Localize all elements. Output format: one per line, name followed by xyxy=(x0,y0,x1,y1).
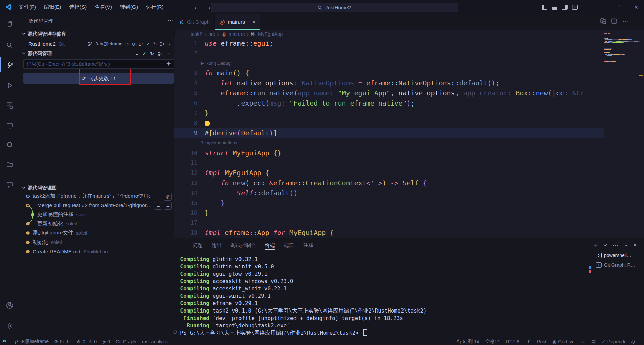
code-line[interactable]: 16} xyxy=(174,208,604,218)
breadcrumb-item[interactable]: MyEguiApp xyxy=(258,31,283,37)
status-eol[interactable]: LF xyxy=(525,339,531,344)
panel-tab-问题[interactable]: 问题 xyxy=(193,238,203,252)
status-go-live[interactable]: ◉ Go Live xyxy=(552,339,574,344)
status-encoding[interactable]: UTF-8 xyxy=(506,339,519,344)
refresh-icon[interactable]: ↻ xyxy=(153,41,157,47)
activity-remote-explorer-icon[interactable] xyxy=(0,118,19,133)
activity-account-icon[interactable] xyxy=(0,298,19,313)
activity-search-icon[interactable] xyxy=(0,38,19,53)
code-line[interactable]: 10struct MyEguiApp {} xyxy=(174,148,604,158)
commit-message-input[interactable] xyxy=(23,59,174,69)
customize-layout-icon[interactable] xyxy=(570,0,580,14)
code-line[interactable]: 2 xyxy=(174,48,604,58)
panel-tab-注释[interactable]: 注释 xyxy=(303,238,313,252)
code-line[interactable]: 5 eframe::run_native(app_name: "My egui … xyxy=(174,88,604,98)
breadcrumb-item[interactable]: main.rs xyxy=(229,31,245,37)
status-rust-analyzer[interactable]: rust-analyzer xyxy=(142,339,169,344)
repo-more-icon[interactable]: ⋯ xyxy=(167,41,172,47)
breadcrumb-item[interactable]: task2 xyxy=(191,31,202,37)
panel-tab-端口[interactable]: 端口 xyxy=(284,238,294,252)
cloud-icon[interactable]: ☁ xyxy=(154,202,162,210)
close-tab-icon[interactable]: × xyxy=(252,19,255,25)
toggle-panel-icon[interactable] xyxy=(549,0,559,14)
codelens-text[interactable]: 3 implementations xyxy=(174,140,237,145)
activity-run-debug-icon[interactable] xyxy=(0,78,19,93)
menu-item[interactable]: 转到(G) xyxy=(116,0,142,14)
tab-git-graph[interactable]: Git Graph xyxy=(174,14,215,30)
activity-explorer-icon[interactable] xyxy=(0,17,19,32)
status-branch[interactable]: 3-添加eframe xyxy=(15,339,49,345)
activity-extensions-icon[interactable] xyxy=(0,98,19,113)
menu-item[interactable]: 文件(F) xyxy=(15,0,40,14)
terminal-dropdown-icon[interactable] xyxy=(603,244,607,247)
panel-tab-调试控制台[interactable]: 调试控制台 xyxy=(231,238,256,252)
panel-more-icon[interactable]: ⋯ xyxy=(613,242,618,249)
code-line[interactable]: 11 xyxy=(174,158,604,168)
minimize-button[interactable]: ─ xyxy=(598,0,613,14)
status-indentation[interactable]: 空格: 4 xyxy=(485,339,500,345)
code-line[interactable]: 8 xyxy=(174,118,604,128)
status-cursor-position[interactable]: 行 9, 列 19 xyxy=(457,339,479,345)
new-terminal-icon[interactable]: + xyxy=(594,242,598,249)
command-center-search[interactable]: RustHome2 xyxy=(211,3,458,12)
code-line[interactable]: 12impl MyEguiApp { xyxy=(174,168,604,178)
repo-branch[interactable]: 3-添加eframe xyxy=(95,41,122,47)
open-changes-icon[interactable] xyxy=(600,18,606,24)
scm-graph-header[interactable]: 源代码管理图 xyxy=(19,183,174,192)
sync-status-icon[interactable]: ⟳ xyxy=(125,41,129,47)
status-extra-counter[interactable]: 0 xyxy=(102,339,110,344)
remote-indicator[interactable]: >< xyxy=(2,339,6,343)
scm-more-icon[interactable]: ⋯ xyxy=(168,17,173,24)
graph-icon[interactable] xyxy=(158,51,162,56)
activity-source-control-icon[interactable] xyxy=(0,57,20,72)
commit-row[interactable]: Create README.mdShuiMuLuo xyxy=(33,247,167,256)
code-line[interactable]: 13 fn new(_cc: &eframe::CreationContext<… xyxy=(174,178,604,188)
minimap[interactable] xyxy=(604,33,642,67)
commit-row[interactable]: 添加gitignore文件soleil xyxy=(33,228,167,237)
graph-icon[interactable] xyxy=(160,42,164,46)
toggle-sidebar-icon[interactable] xyxy=(539,0,549,14)
menu-item[interactable]: 编辑(E) xyxy=(40,0,65,14)
menu-item[interactable]: 查看(V) xyxy=(91,0,116,14)
target-icon[interactable]: ◎ xyxy=(164,193,172,201)
changes-more-icon[interactable]: ⋯ xyxy=(166,51,171,56)
code-line[interactable]: 14 Self::default() xyxy=(174,188,604,198)
commit-row[interactable]: Merge pull request #2 from SaintFore/1-g… xyxy=(37,201,155,210)
toggle-secondary-sidebar-icon[interactable] xyxy=(559,0,570,14)
codelens-text[interactable]: ▶ Run | Debug xyxy=(174,60,231,66)
activity-folder-view-icon[interactable] xyxy=(0,157,19,172)
activity-settings-gear-icon[interactable] xyxy=(0,318,19,334)
code-line[interactable]: 15 } xyxy=(174,198,604,208)
status-report[interactable]: ▤ xyxy=(591,339,596,344)
view-as-list-icon[interactable]: ≡ xyxy=(135,51,138,56)
status-problems[interactable]: ⊗0 ⚠0 xyxy=(77,339,97,344)
lightbulb-icon[interactable] xyxy=(205,121,210,126)
terminal-output[interactable]: Compiling glutin v0.32.1Compiling glutin… xyxy=(180,256,427,337)
nav-back-icon[interactable]: ← xyxy=(190,4,202,11)
menu-item[interactable]: 选择(S) xyxy=(65,0,91,14)
commit-check-icon[interactable]: ✓ xyxy=(146,41,150,47)
tab-main-rs[interactable]: R main.rs × xyxy=(215,14,260,30)
code-line[interactable]: 18impl eframe::App for MyEguiApp { xyxy=(174,228,604,238)
scm-repo-row[interactable]: RustHome2 Git 3-添加eframe ⟳ 0↓ 1↑ ✓ ↻ ⋯ xyxy=(19,39,174,49)
maximize-button[interactable] xyxy=(613,0,629,14)
panel-tab-输出[interactable]: 输出 xyxy=(212,238,222,252)
panel-tab-终端[interactable]: 终端 xyxy=(265,238,275,252)
commit-check-icon[interactable]: ✓ xyxy=(142,51,146,56)
menu-item[interactable]: 运行(R) xyxy=(142,0,168,14)
commit-row[interactable]: task2添加了eframe，并在main.rs写了个demo使用egui… xyxy=(33,192,150,201)
scm-repos-header[interactable]: 源代码管理存储库 xyxy=(19,29,174,39)
split-editor-icon[interactable] xyxy=(611,18,617,24)
cloud-icon[interactable]: ☁ xyxy=(164,202,172,210)
code-line[interactable]: 9#[derive(Default)] xyxy=(174,128,604,138)
code-editor[interactable]: 1use eframe::egui;2▶ Run | Debug3fn main… xyxy=(174,38,644,238)
terminal-list-item[interactable]: ❯powershell… xyxy=(596,250,643,260)
menu-more[interactable]: ⋯ xyxy=(168,0,181,14)
close-button[interactable]: × xyxy=(629,0,644,14)
code-line[interactable]: 7} xyxy=(174,108,604,118)
status-git-graph[interactable]: Git Graph xyxy=(116,339,136,344)
code-line[interactable]: 1use eframe::egui; xyxy=(174,38,604,48)
activity-crates-icon[interactable] xyxy=(0,137,19,152)
activity-chat-icon[interactable] xyxy=(0,177,19,192)
commit-row[interactable]: 初始化soleil xyxy=(33,238,167,247)
